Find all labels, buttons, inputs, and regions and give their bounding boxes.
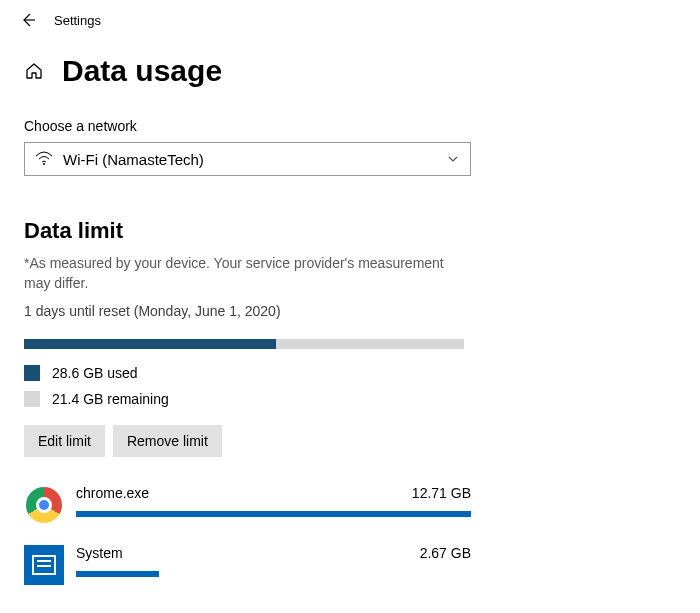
reset-line: 1 days until reset (Monday, June 1, 2020… <box>24 303 676 319</box>
wifi-icon <box>35 151 53 168</box>
settings-label: Settings <box>54 13 101 28</box>
limit-progress-bar <box>24 339 464 349</box>
used-label: 28.6 GB used <box>52 365 138 381</box>
home-icon[interactable] <box>24 61 44 81</box>
page-title: Data usage <box>62 54 222 88</box>
back-icon[interactable] <box>20 12 36 28</box>
app-usage-bar <box>76 571 159 577</box>
chrome-icon <box>24 485 64 525</box>
network-select[interactable]: Wi-Fi (NamasteTech) <box>24 142 471 176</box>
app-usage-list: chrome.exe12.71 GBSystem2.67 GB <box>24 485 471 585</box>
remove-limit-button[interactable]: Remove limit <box>113 425 222 457</box>
app-usage-value: 12.71 GB <box>412 485 471 501</box>
app-name: chrome.exe <box>76 485 149 501</box>
remaining-label: 21.4 GB remaining <box>52 391 169 407</box>
svg-point-0 <box>43 163 45 165</box>
edit-limit-button[interactable]: Edit limit <box>24 425 105 457</box>
app-usage-item: System2.67 GB <box>24 545 471 585</box>
used-swatch <box>24 365 40 381</box>
system-icon <box>24 545 64 585</box>
app-name: System <box>76 545 123 561</box>
app-usage-item: chrome.exe12.71 GB <box>24 485 471 525</box>
app-usage-bar <box>76 511 471 517</box>
network-selected-value: Wi-Fi (NamasteTech) <box>63 151 204 168</box>
measurement-note: *As measured by your device. Your servic… <box>24 254 471 293</box>
data-limit-heading: Data limit <box>24 218 676 244</box>
chevron-down-icon <box>446 152 460 166</box>
app-usage-value: 2.67 GB <box>420 545 471 561</box>
remaining-swatch <box>24 391 40 407</box>
choose-network-label: Choose a network <box>24 118 676 134</box>
limit-progress-fill <box>24 339 276 349</box>
